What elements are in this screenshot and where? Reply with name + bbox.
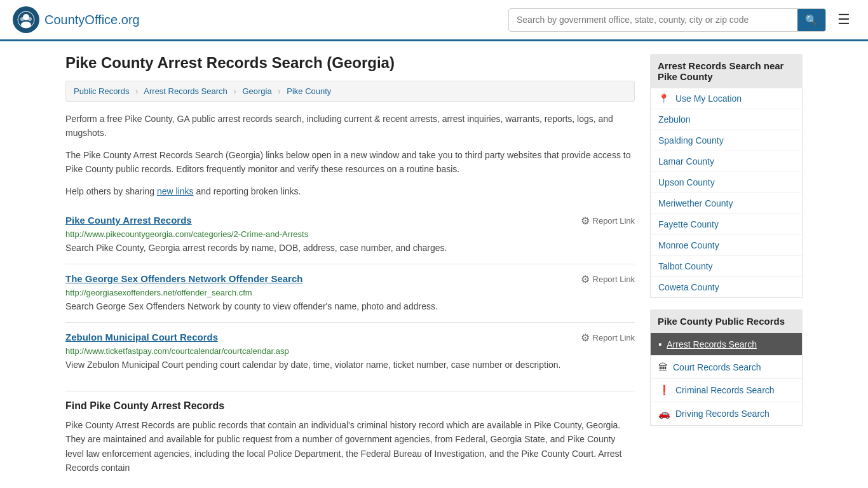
report-icon-2: ⚙	[581, 273, 590, 285]
page-title: Pike County Arrest Records Search (Georg…	[65, 54, 635, 72]
sidebar-item-lamar[interactable]: Lamar County	[651, 151, 802, 172]
logo-icon	[13, 6, 39, 33]
sidebar-nearby-list: 📍 Use My Location Zebulon Spalding Count…	[650, 88, 803, 298]
desc-para-3: Help others by sharing new links and rep…	[65, 184, 635, 198]
report-link-btn-3[interactable]: ⚙ Report Link	[581, 332, 635, 344]
breadcrumb-sep-1: ›	[135, 86, 138, 96]
sidebar-item-zebulon[interactable]: Zebulon	[651, 109, 802, 130]
location-pin-icon: 📍	[658, 93, 669, 104]
breadcrumb-sep-2: ›	[233, 86, 236, 96]
find-section: Find Pike County Arrest Records Pike Cou…	[65, 391, 635, 475]
record-item: Pike County Arrest Records ⚙ Report Link…	[65, 206, 635, 264]
sidebar-item-meriwether[interactable]: Meriwether County	[651, 193, 802, 214]
breadcrumb-pike-county[interactable]: Pike County	[287, 86, 331, 96]
court-records-icon: 🏛	[658, 362, 668, 372]
search-button[interactable]: 🔍	[797, 9, 825, 31]
record-url-3[interactable]: http://www.ticketfastpay.com/courtcalend…	[65, 346, 635, 356]
header: CountyOffice.org 🔍 ☰	[0, 0, 868, 41]
record-header: Pike County Arrest Records ⚙ Report Link	[65, 215, 635, 227]
record-title-3[interactable]: Zebulon Municipal Court Records	[65, 332, 218, 342]
record-desc-3: View Zebulon Municipal Court pending cou…	[65, 358, 635, 372]
search-input[interactable]	[509, 10, 797, 30]
arrest-records-icon: ▪	[658, 339, 661, 349]
new-links-link[interactable]: new links	[157, 186, 194, 196]
sidebar-use-location[interactable]: 📍 Use My Location	[651, 88, 802, 109]
driving-records-icon: 🚗	[658, 408, 670, 419]
sidebar-records-list: ▪ Arrest Records Search 🏛 Court Records …	[650, 333, 803, 426]
breadcrumb-arrest-records[interactable]: Arrest Records Search	[144, 86, 227, 96]
content-wrapper: Pike County Arrest Records Search (Georg…	[53, 41, 815, 488]
sidebar-item-upson[interactable]: Upson County	[651, 172, 802, 193]
svg-point-3	[20, 17, 24, 21]
sidebar-nearby-header: Arrest Records Search near Pike County	[650, 54, 803, 88]
record-url-1[interactable]: http://www.pikecountygeorgia.com/categor…	[65, 229, 635, 239]
logo-area: CountyOffice.org	[13, 6, 140, 33]
desc-para-1: Perform a free Pike County, GA public ar…	[65, 112, 635, 140]
record-header: Zebulon Municipal Court Records ⚙ Report…	[65, 332, 635, 344]
svg-point-4	[28, 17, 32, 21]
find-section-heading: Find Pike County Arrest Records	[65, 400, 635, 412]
report-icon-3: ⚙	[581, 332, 590, 344]
hamburger-icon: ☰	[837, 11, 850, 27]
sidebar-public-records-section: Pike County Public Records ▪ Arrest Reco…	[650, 309, 803, 426]
criminal-records-icon: ❗	[658, 384, 670, 396]
records-list: Pike County Arrest Records ⚙ Report Link…	[65, 206, 635, 381]
record-item: Zebulon Municipal Court Records ⚙ Report…	[65, 323, 635, 381]
sidebar-arrest-records[interactable]: ▪ Arrest Records Search	[651, 333, 802, 356]
record-title-1[interactable]: Pike County Arrest Records	[65, 215, 192, 226]
report-link-btn-2[interactable]: ⚙ Report Link	[581, 273, 635, 285]
breadcrumb-sep-3: ›	[278, 86, 280, 96]
sidebar-item-fayette[interactable]: Fayette County	[651, 214, 802, 235]
record-desc-2: Search George Sex Offenders Network by c…	[65, 300, 635, 313]
record-header: The George Sex Offenders Network Offende…	[65, 273, 635, 285]
search-icon: 🔍	[805, 15, 818, 25]
sidebar-public-records-header: Pike County Public Records	[650, 309, 803, 333]
sidebar-item-monroe[interactable]: Monroe County	[651, 235, 802, 256]
use-my-location-link[interactable]: Use My Location	[675, 93, 742, 104]
sidebar-criminal-records[interactable]: ❗ Criminal Records Search	[651, 379, 802, 402]
sidebar-item-spalding[interactable]: Spalding County	[651, 130, 802, 151]
record-item: The George Sex Offenders Network Offende…	[65, 264, 635, 323]
breadcrumb: Public Records › Arrest Records Search ›…	[65, 81, 635, 102]
breadcrumb-georgia[interactable]: Georgia	[242, 86, 271, 96]
sidebar-item-coweta[interactable]: Coweta County	[651, 277, 802, 297]
search-bar-area: 🔍 ☰	[508, 8, 855, 32]
desc-para-2: The Pike County Arrest Records Search (G…	[65, 148, 635, 177]
sidebar-driving-records[interactable]: 🚗 Driving Records Search	[651, 402, 802, 425]
sidebar-court-records[interactable]: 🏛 Court Records Search	[651, 356, 802, 379]
logo-text: CountyOffice.org	[44, 13, 140, 27]
breadcrumb-public-records[interactable]: Public Records	[74, 86, 129, 96]
sidebar-item-talbot[interactable]: Talbot County	[651, 256, 802, 277]
find-section-text: Pike County Arrest Records are public re…	[65, 418, 635, 475]
main-content: Pike County Arrest Records Search (Georg…	[65, 54, 635, 475]
record-url-2[interactable]: http://georgiasexoffenders.net/offender_…	[65, 288, 635, 297]
record-title-2[interactable]: The George Sex Offenders Network Offende…	[65, 273, 302, 284]
search-container: 🔍	[508, 8, 826, 32]
sidebar-nearby-section: Arrest Records Search near Pike County 📍…	[650, 54, 803, 298]
report-icon-1: ⚙	[581, 215, 590, 227]
record-desc-1: Search Pike County, Georgia arrest recor…	[65, 241, 635, 255]
sidebar: Arrest Records Search near Pike County 📍…	[650, 54, 803, 475]
menu-button[interactable]: ☰	[832, 9, 855, 30]
report-link-btn-1[interactable]: ⚙ Report Link	[581, 215, 635, 227]
svg-point-2	[21, 22, 31, 28]
